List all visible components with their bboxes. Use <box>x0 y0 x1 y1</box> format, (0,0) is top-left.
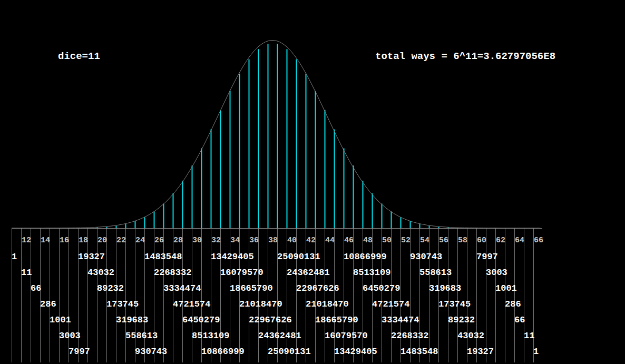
ways-count: 11 <box>21 268 32 277</box>
ways-count: 18665790 <box>315 316 358 324</box>
ways-count: 558613 <box>419 268 452 277</box>
ways-count: 319683 <box>429 284 461 293</box>
x-tick-label: 22 <box>116 237 126 244</box>
x-tick-label: 36 <box>249 237 259 244</box>
ways-count: 43032 <box>457 331 484 340</box>
ways-count: 21018470 <box>239 300 282 309</box>
x-tick-label: 40 <box>287 237 297 244</box>
x-tick-label: 24 <box>135 237 145 244</box>
ways-count: 173745 <box>438 300 471 309</box>
ways-count: 930743 <box>410 252 442 261</box>
ways-count: 2268332 <box>154 268 191 277</box>
x-tick-label: 56 <box>439 237 448 244</box>
ways-count: 22967626 <box>249 316 292 324</box>
ways-count: 16079570 <box>325 331 368 340</box>
ways-count: 18665790 <box>230 284 273 293</box>
x-tick-label: 64 <box>515 237 524 244</box>
ways-count: 7997 <box>476 252 498 261</box>
ways-count: 286 <box>40 300 56 309</box>
ways-count: 7997 <box>69 347 90 356</box>
x-tick-label: 42 <box>306 237 316 244</box>
ways-count: 24362481 <box>258 331 301 340</box>
ways-count: 66 <box>514 316 525 324</box>
x-tick-label: 28 <box>173 237 183 244</box>
dice-count-label: dice=11 <box>58 52 100 62</box>
x-tick-label: 30 <box>192 237 202 244</box>
ways-count: 3334474 <box>163 284 201 293</box>
ways-count: 2268332 <box>391 331 428 340</box>
ways-count: 1001 <box>50 316 71 324</box>
ways-count: 8513109 <box>192 331 229 340</box>
ways-count: 24362481 <box>287 268 330 277</box>
x-tick-label: 14 <box>41 237 50 244</box>
ways-count: 10866999 <box>344 252 387 261</box>
x-tick-label: 52 <box>401 237 411 244</box>
ways-count: 930743 <box>135 347 167 356</box>
distribution-curve <box>12 41 541 229</box>
ways-count: 89232 <box>97 284 124 293</box>
total-ways-label: total ways = 6^11=3.62797056E8 <box>375 52 555 62</box>
ways-count: 89232 <box>448 316 475 324</box>
x-tick-label: 66 <box>534 237 543 244</box>
x-tick-label: 48 <box>363 237 373 244</box>
ways-count: 173745 <box>106 300 139 309</box>
ways-count: 1 <box>533 347 539 356</box>
ways-count: 1483548 <box>144 252 182 261</box>
ways-count: 22967626 <box>296 284 339 293</box>
x-tick-label: 58 <box>458 237 467 244</box>
ways-count: 25090131 <box>268 347 311 356</box>
x-tick-label: 12 <box>22 237 31 244</box>
x-tick-label: 54 <box>420 237 429 244</box>
ways-count: 19327 <box>78 252 105 261</box>
x-tick-label: 34 <box>230 237 240 244</box>
x-tick-label: 38 <box>268 237 278 244</box>
ways-count: 19327 <box>467 347 494 356</box>
x-tick-label: 60 <box>477 237 486 244</box>
ways-count: 21018470 <box>306 300 349 309</box>
x-tick-label: 62 <box>496 237 505 244</box>
x-tick-label: 18 <box>79 237 88 244</box>
ways-count: 66 <box>31 284 41 293</box>
ways-count: 25090131 <box>277 252 320 261</box>
ways-count: 319683 <box>116 316 148 324</box>
ways-count: 286 <box>505 300 521 309</box>
ways-count: 16079570 <box>220 268 263 277</box>
ways-count: 6450279 <box>182 316 220 324</box>
ways-count: 13429405 <box>334 347 377 356</box>
x-tick-label: 46 <box>344 237 354 244</box>
ways-count: 1001 <box>495 284 517 293</box>
ways-count: 13429405 <box>211 252 254 261</box>
ways-count: 1483548 <box>401 347 438 356</box>
ways-count: 10866999 <box>201 347 245 356</box>
ways-count: 4721574 <box>173 300 210 309</box>
ways-count: 558613 <box>125 331 158 340</box>
ways-count: 3334474 <box>382 316 419 324</box>
ways-count: 3003 <box>486 268 507 277</box>
x-tick-label: 16 <box>60 237 69 244</box>
ways-count: 8513109 <box>353 268 390 277</box>
ways-count: 43032 <box>87 268 114 277</box>
x-tick-label: 32 <box>211 237 221 244</box>
ways-count: 4721574 <box>372 300 409 309</box>
x-tick-label: 44 <box>325 237 335 244</box>
ways-count: 1 <box>12 252 17 261</box>
ways-count: 11 <box>524 331 534 340</box>
ways-count: 6450279 <box>363 284 400 293</box>
x-tick-label: 50 <box>382 237 392 244</box>
x-tick-label: 20 <box>97 237 107 244</box>
x-tick-label: 26 <box>154 237 164 244</box>
dice-distribution-app: dice=11 total ways = 6^11=3.62797056E8 1… <box>0 0 625 364</box>
ways-count: 3003 <box>59 331 81 340</box>
